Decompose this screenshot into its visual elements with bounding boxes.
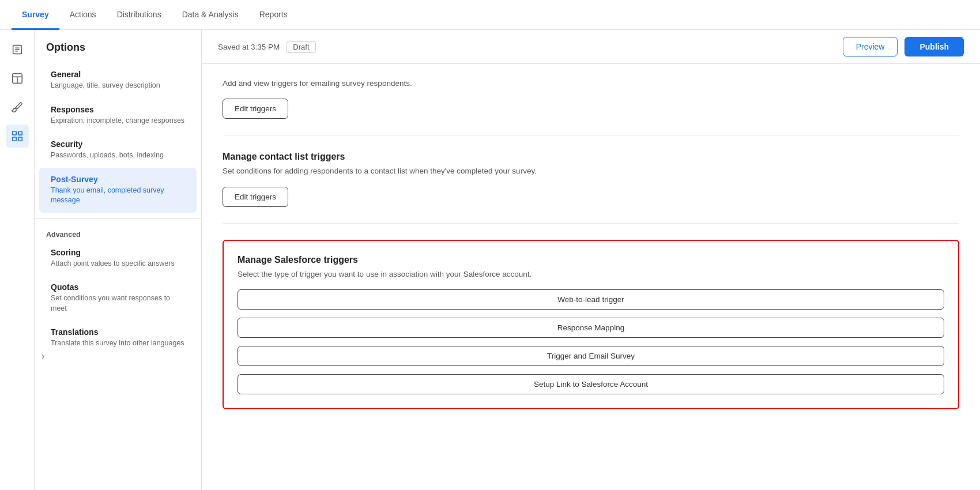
salesforce-desc: Select the type of trigger you want to u…	[238, 269, 944, 280]
responses-title: Responses	[51, 105, 185, 114]
security-title: Security	[51, 140, 185, 149]
sidebar-item-post-survey[interactable]: Post-Survey Thank you email, completed s…	[39, 168, 197, 213]
response-mapping-button[interactable]: Response Mapping	[238, 318, 944, 338]
layout-icon-btn[interactable]	[6, 67, 29, 90]
top-navigation: Survey Actions Distributions Data & Anal…	[0, 0, 980, 30]
main-layout: Options General Language, title, survey …	[0, 30, 980, 490]
trigger-email-desc: Add and view triggers for emailing surve…	[223, 78, 959, 89]
quotas-title: Quotas	[51, 282, 185, 292]
sidebar-item-responses[interactable]: Responses Expiration, incomplete, change…	[39, 98, 197, 133]
responses-subtitle: Expiration, incomplete, change responses	[51, 116, 185, 126]
post-survey-subtitle: Thank you email, completed survey messag…	[51, 186, 185, 206]
sidebar-item-scoring[interactable]: Scoring Attach point values to specific …	[39, 241, 197, 276]
security-subtitle: Passwords, uploads, bots, indexing	[51, 150, 185, 161]
survey-list-icon-btn[interactable]	[6, 38, 29, 61]
general-subtitle: Language, title, survey description	[51, 81, 185, 91]
sidebar-item-general[interactable]: General Language, title, survey descript…	[39, 63, 197, 98]
salesforce-title: Manage Salesforce triggers	[238, 255, 944, 265]
contact-list-section: Manage contact list triggers Set conditi…	[223, 152, 959, 223]
preview-button[interactable]: Preview	[843, 37, 898, 56]
contact-list-title: Manage contact list triggers	[223, 152, 959, 162]
icon-sidebar	[0, 30, 35, 490]
tab-distributions[interactable]: Distributions	[107, 1, 172, 30]
saved-text: Saved at 3:35 PM	[218, 43, 280, 51]
contact-list-desc: Set conditions for adding respondents to…	[223, 165, 959, 177]
trigger-email-survey-button[interactable]: Trigger and Email Survey	[238, 346, 944, 366]
trigger-email-section: Add and view triggers for emailing surve…	[223, 78, 959, 135]
content-header: Saved at 3:35 PM Draft Preview Publish	[202, 30, 980, 64]
setup-link-button[interactable]: Setup Link to Salesforce Account	[238, 374, 944, 394]
tab-reports[interactable]: Reports	[249, 1, 298, 30]
options-title: Options	[35, 42, 201, 63]
sidebar-item-translations[interactable]: Translations Translate this survey into …	[39, 321, 197, 356]
svg-rect-8	[18, 131, 21, 135]
sidebar-item-security[interactable]: Security Passwords, uploads, bots, index…	[39, 133, 197, 168]
translations-subtitle: Translate this survey into other languag…	[51, 338, 185, 349]
svg-rect-7	[12, 131, 16, 135]
paint-icon-btn[interactable]	[6, 96, 29, 119]
scoring-title: Scoring	[51, 248, 185, 257]
translations-title: Translations	[51, 327, 185, 337]
header-left: Saved at 3:35 PM Draft	[218, 41, 316, 53]
settings-icon-btn[interactable]	[6, 125, 29, 148]
tab-data-analysis[interactable]: Data & Analysis	[172, 1, 249, 30]
salesforce-buttons: Web-to-lead trigger Response Mapping Tri…	[238, 289, 944, 394]
tab-actions[interactable]: Actions	[59, 1, 107, 30]
options-sidebar: Options General Language, title, survey …	[35, 30, 202, 490]
sidebar-item-quotas[interactable]: Quotas Set conditions you want responses…	[39, 276, 197, 321]
advanced-label: Advanced	[35, 225, 201, 241]
general-title: General	[51, 70, 185, 79]
header-right: Preview Publish	[843, 37, 964, 56]
content-area: Saved at 3:35 PM Draft Preview Publish A…	[202, 30, 980, 490]
edit-triggers-button-2[interactable]: Edit triggers	[223, 187, 288, 207]
quotas-subtitle: Set conditions you want responses to mee…	[51, 293, 185, 314]
publish-button[interactable]: Publish	[904, 37, 964, 56]
nav-tabs: Survey Actions Distributions Data & Anal…	[12, 0, 298, 29]
web-to-lead-button[interactable]: Web-to-lead trigger	[238, 289, 944, 310]
content-body: Add and view triggers for emailing surve…	[202, 64, 980, 423]
svg-rect-10	[18, 137, 21, 141]
svg-rect-9	[12, 137, 16, 141]
draft-badge: Draft	[287, 41, 315, 53]
sidebar-divider	[35, 218, 201, 219]
salesforce-section: Manage Salesforce triggers Select the ty…	[223, 240, 959, 409]
tab-survey[interactable]: Survey	[12, 1, 59, 30]
post-survey-title: Post-Survey	[51, 175, 185, 184]
expand-arrow-icon[interactable]: ›	[42, 351, 44, 361]
scoring-subtitle: Attach point values to specific answers	[51, 259, 185, 269]
edit-triggers-button-1[interactable]: Edit triggers	[223, 99, 288, 119]
